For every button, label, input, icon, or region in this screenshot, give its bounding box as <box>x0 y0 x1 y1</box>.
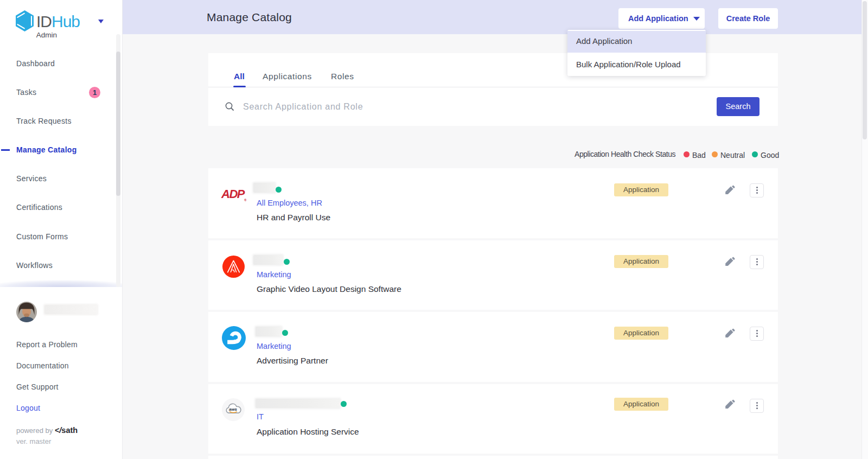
svg-text:aws: aws <box>229 407 238 412</box>
